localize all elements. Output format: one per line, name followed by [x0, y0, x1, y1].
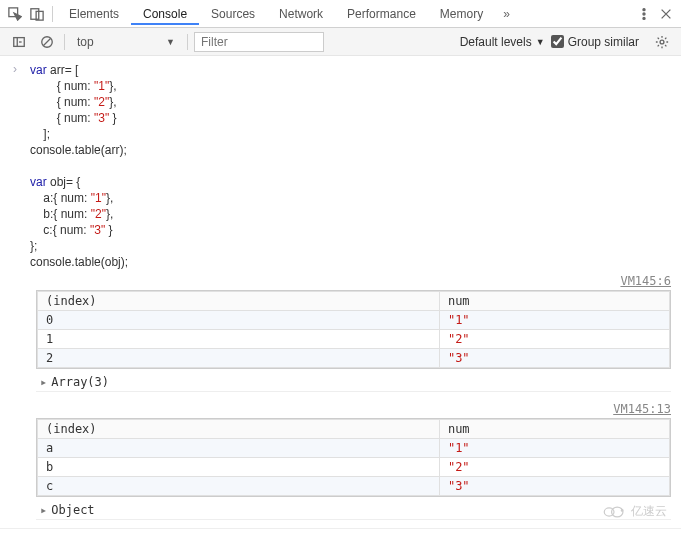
table-header-row: (index) num — [38, 420, 670, 439]
tab-network[interactable]: Network — [267, 3, 335, 25]
table-row: c"3" — [38, 477, 670, 496]
gear-icon[interactable] — [651, 31, 673, 53]
table-row: a"1" — [38, 439, 670, 458]
source-location-link[interactable]: VM145:13 — [0, 400, 681, 418]
col-index[interactable]: (index) — [38, 292, 440, 311]
divider — [187, 34, 188, 50]
tabs-overflow[interactable]: » — [495, 7, 518, 21]
devtools-tabbar: Elements Console Sources Network Perform… — [0, 0, 681, 28]
context-selector[interactable]: top ▼ — [71, 33, 181, 51]
svg-point-5 — [643, 17, 645, 19]
sidebar-toggle-icon[interactable] — [8, 31, 30, 53]
console-toolbar: top ▼ Default levels ▼ Group similar — [0, 28, 681, 56]
code-block: var arr= [ { num: "1"}, { num: "2"}, { n… — [30, 60, 681, 272]
kebab-icon[interactable] — [633, 3, 655, 25]
tab-console[interactable]: Console — [131, 3, 199, 25]
input-chevron-icon — [0, 60, 30, 76]
group-similar-input[interactable] — [551, 35, 564, 48]
console-table-2: (index) num a"1" b"2" c"3" — [36, 418, 671, 497]
inspect-icon[interactable] — [4, 3, 26, 25]
svg-rect-1 — [31, 8, 39, 19]
level-label: Default levels — [460, 35, 532, 49]
col-num[interactable]: num — [439, 420, 669, 439]
close-icon[interactable] — [655, 3, 677, 25]
svg-point-3 — [643, 8, 645, 10]
object-summary[interactable]: Array(3) — [36, 373, 671, 392]
col-index[interactable]: (index) — [38, 420, 440, 439]
log-level-selector[interactable]: Default levels ▼ — [460, 35, 545, 49]
svg-point-4 — [643, 12, 645, 14]
filter-wrap — [194, 32, 454, 52]
tab-memory[interactable]: Memory — [428, 3, 495, 25]
chevron-down-icon: ▼ — [536, 37, 545, 47]
tab-elements[interactable]: Elements — [57, 3, 131, 25]
console-table-1: (index) num 0"1" 1"2" 2"3" — [36, 290, 671, 369]
filter-input[interactable] — [194, 32, 324, 52]
col-num[interactable]: num — [439, 292, 669, 311]
chevron-down-icon: ▼ — [166, 37, 175, 47]
svg-point-8 — [660, 40, 664, 44]
group-similar-label: Group similar — [568, 35, 639, 49]
table-row: 0"1" — [38, 311, 670, 330]
tab-performance[interactable]: Performance — [335, 3, 428, 25]
divider — [0, 528, 681, 529]
divider — [64, 34, 65, 50]
device-icon[interactable] — [26, 3, 48, 25]
clear-console-icon[interactable] — [36, 31, 58, 53]
source-location-link[interactable]: VM145:6 — [0, 272, 681, 290]
group-similar-checkbox[interactable]: Group similar — [551, 35, 639, 49]
table-row: 1"2" — [38, 330, 670, 349]
tab-sources[interactable]: Sources — [199, 3, 267, 25]
table-row: b"2" — [38, 458, 670, 477]
object-summary[interactable]: Object — [36, 501, 671, 520]
context-label: top — [77, 35, 94, 49]
divider — [52, 6, 53, 22]
input-row: var arr= [ { num: "1"}, { num: "2"}, { n… — [0, 60, 681, 272]
table-header-row: (index) num — [38, 292, 670, 311]
console-body: var arr= [ { num: "1"}, { num: "2"}, { n… — [0, 56, 681, 534]
table-row: 2"3" — [38, 349, 670, 368]
